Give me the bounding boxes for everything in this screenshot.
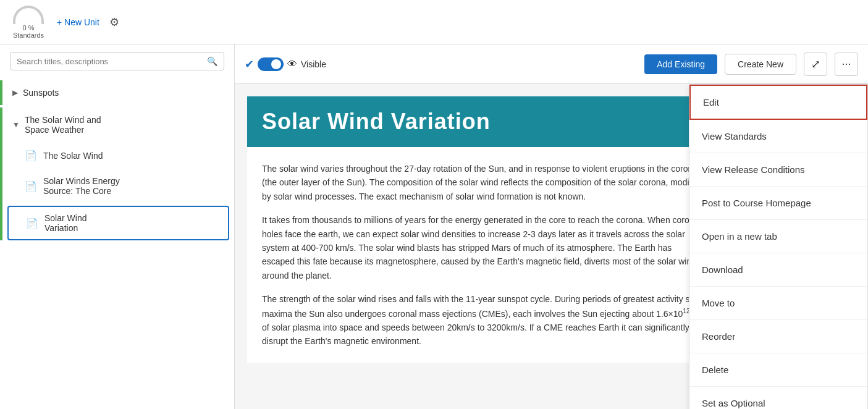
sidebar-section-sunspots: ▶ Sunspots bbox=[0, 80, 234, 105]
chevron-right-icon: ▶ bbox=[12, 88, 18, 97]
article-paragraph-2: It takes from thousands to millions of y… bbox=[262, 213, 705, 282]
solar-winds-energy-label: Solar Winds EnergySource: The Core bbox=[43, 176, 120, 196]
dropdown-item-reorder[interactable]: Reorder bbox=[689, 320, 867, 353]
dropdown-item-delete[interactable]: Delete bbox=[689, 353, 867, 387]
standards-text: Standards bbox=[13, 32, 44, 39]
check-icon: ✔ bbox=[245, 57, 254, 71]
settings-button[interactable]: ⚙ bbox=[109, 15, 119, 29]
standards-percent: 0 % bbox=[23, 24, 35, 32]
sunspots-header[interactable]: ▶ Sunspots bbox=[2, 80, 234, 105]
sidebar-section-solar-wind: ▼ The Solar Wind andSpace Weather 📄 The … bbox=[0, 108, 234, 240]
document-icon: 📄 bbox=[25, 180, 37, 192]
dropdown-item-post-to-course-homepage[interactable]: Post to Course Homepage bbox=[689, 187, 867, 220]
sidebar-list: ▶ Sunspots ▼ The Solar Wind andSpace Wea… bbox=[0, 78, 234, 409]
search-input[interactable] bbox=[17, 57, 207, 66]
visible-label: Visible bbox=[301, 59, 326, 69]
document-icon: 📄 bbox=[25, 150, 37, 161]
sidebar-item-solar-winds-energy[interactable]: 📄 Solar Winds EnergySource: The Core bbox=[2, 169, 234, 203]
sunspots-label: Sunspots bbox=[23, 88, 59, 98]
new-unit-label: + New Unit bbox=[57, 17, 99, 27]
eye-icon: 👁 bbox=[287, 59, 297, 70]
article-paragraph-1: The solar wind varies throughout the 27-… bbox=[262, 162, 705, 203]
visible-toggle[interactable] bbox=[258, 57, 284, 71]
search-icon: 🔍 bbox=[207, 56, 217, 66]
solar-wind-header[interactable]: ▼ The Solar Wind andSpace Weather bbox=[2, 108, 234, 142]
article-text: The solar wind varies throughout the 27-… bbox=[262, 162, 705, 348]
dropdown-menu: Edit View Standards View Release Conditi… bbox=[689, 84, 868, 409]
dropdown-item-edit[interactable]: Edit bbox=[689, 85, 867, 120]
chevron-down-icon: ▼ bbox=[12, 120, 20, 129]
dropdown-item-view-release-conditions[interactable]: View Release Conditions bbox=[689, 153, 867, 187]
search-box[interactable]: 🔍 bbox=[10, 52, 224, 70]
add-existing-button[interactable]: Add Existing bbox=[644, 54, 717, 74]
expand-button[interactable]: ⤢ bbox=[804, 53, 827, 76]
standards-gauge: 0 % Standards bbox=[10, 6, 47, 39]
sidebar: 🔍 ▶ Sunspots ▼ The Solar Wind andSpace W… bbox=[0, 44, 235, 409]
add-existing-label: Add Existing bbox=[657, 59, 705, 69]
create-new-label: Create New bbox=[738, 59, 783, 69]
solar-wind-section-label: The Solar Wind andSpace Weather bbox=[25, 115, 101, 135]
sidebar-item-the-solar-wind[interactable]: 📄 The Solar Wind bbox=[2, 142, 234, 169]
gauge-arc bbox=[13, 6, 44, 24]
top-bar: 0 % Standards + New Unit ⚙ bbox=[0, 0, 868, 44]
sidebar-item-solar-wind-variation[interactable]: 📄 Solar WindVariation bbox=[7, 206, 229, 240]
content-area: ✔ 👁 Visible Add Existing Create New ⤢ ··… bbox=[235, 44, 868, 409]
dropdown-item-set-as-optional[interactable]: Set as Optional bbox=[689, 387, 867, 409]
article-paragraph-3: The strength of the solar wind rises and… bbox=[262, 292, 705, 348]
dropdown-item-open-in-new-tab[interactable]: Open in a new tab bbox=[689, 220, 867, 253]
document-icon: 📄 bbox=[26, 217, 38, 229]
solar-wind-variation-label: Solar WindVariation bbox=[44, 213, 86, 233]
dropdown-item-move-to[interactable]: Move to bbox=[689, 287, 867, 320]
content-toolbar: ✔ 👁 Visible Add Existing Create New ⤢ ··… bbox=[235, 44, 868, 84]
create-new-button[interactable]: Create New bbox=[725, 54, 796, 75]
new-unit-button[interactable]: + New Unit bbox=[57, 17, 99, 27]
dropdown-item-download[interactable]: Download bbox=[689, 253, 867, 287]
dropdown-item-view-standards[interactable]: View Standards bbox=[689, 120, 867, 153]
toggle-switch: ✔ 👁 Visible bbox=[245, 57, 326, 71]
more-options-button[interactable]: ··· bbox=[835, 53, 858, 76]
main-layout: 🔍 ▶ Sunspots ▼ The Solar Wind andSpace W… bbox=[0, 44, 868, 409]
the-solar-wind-label: The Solar Wind bbox=[43, 151, 103, 161]
